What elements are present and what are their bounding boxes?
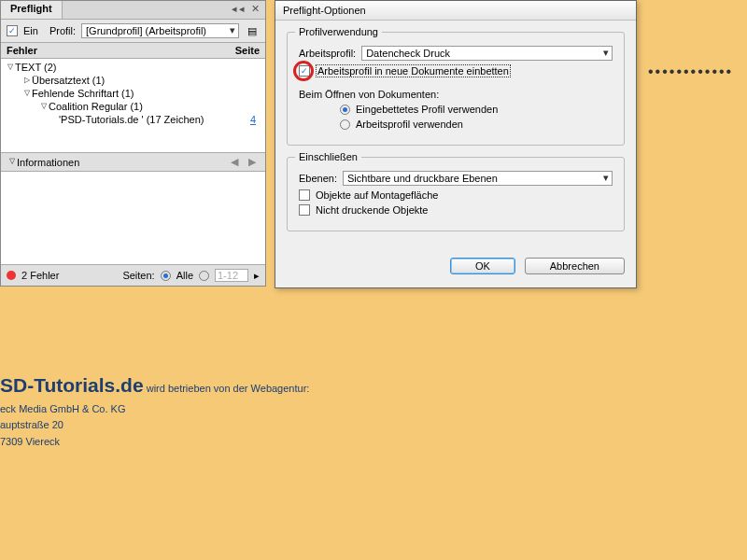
label-arbeitsprofil: Arbeitsprofil: [299,48,356,59]
chevron-down-icon[interactable]: ▽ [21,89,32,99]
tab-preflight[interactable]: Preflight [1,1,63,19]
annotation-dots: •••••••••••• [648,63,733,80]
preflight-options-dialog: Preflight-Optionen Profilverwendung Arbe… [275,0,637,288]
select-arbeitsprofil[interactable]: Datencheck Druck [361,46,613,61]
menu-icon[interactable]: ▤ [245,25,260,37]
tree-label: TEXT (2) [15,62,261,73]
legend-profilverwendung: Profilverwendung [295,26,382,37]
preflight-panel: Preflight ◂◂ ✕ ✓ Ein Profil: [Grundprofi… [0,0,266,287]
checkbox-montageflaeche[interactable] [299,189,310,201]
checkbox-embed-profile[interactable]: ✓ [299,65,310,77]
input-page-range[interactable]: 1-12 [215,269,248,282]
label-profil: Profil: [49,25,76,36]
label-informationen: Informationen [17,157,79,168]
fieldset-einschliessen: Einschließen Ebenen: Sichtbare und druck… [287,157,625,231]
tree-label: Coalition Regular (1) [49,101,261,112]
tree-label: Fehlende Schriftart (1) [32,88,261,99]
label-alle: Alle [176,270,193,281]
cancel-button[interactable]: Abbrechen [525,258,625,274]
error-indicator-icon [7,271,16,280]
page-link[interactable]: 4 [250,114,261,125]
label-ebenen: Ebenen: [299,173,337,184]
label-on-open: Beim Öffnen von Dokumenten: [299,89,439,100]
dialog-title: Preflight-Optionen [275,1,636,21]
chevron-down-icon[interactable]: ▽ [5,63,15,73]
radio-use-work[interactable] [340,119,350,130]
footer-text: SD-Tutorials.de wird betrieben von der W… [0,370,309,450]
fieldset-profilverwendung: Profilverwendung Arbeitsprofil: Datenche… [287,32,625,146]
nav-arrows[interactable]: ◀ ▶ [231,156,260,168]
tree-row[interactable]: ▽ Coalition Regular (1) [1,100,265,113]
label-seiten: Seiten: [122,270,154,281]
chevron-down-icon[interactable]: ▽ [7,157,17,167]
legend-einschliessen: Einschließen [295,151,361,162]
tree-label: Übersatztext (1) [32,75,261,86]
label-montageflaeche: Objekte auf Montagefläche [316,189,438,201]
stepper-icon[interactable]: ▸ [254,270,260,282]
panel-header: Preflight ◂◂ ✕ [1,1,265,20]
tree-row[interactable]: ▷ Übersatztext (1) [1,74,265,87]
tree-label: 'PSD-Tutorials.de ' (17 Zeichen) [59,114,250,125]
label-nicht-druckend: Nicht druckende Objekte [316,204,428,216]
col-seite: Seite [235,45,260,56]
chevron-down-icon[interactable]: ▽ [38,102,49,112]
tree-row[interactable]: ▽ Fehlende Schriftart (1) [1,87,265,100]
error-tree: ▽ TEXT (2) ▷ Übersatztext (1) ▽ Fehlende… [1,59,265,152]
label-embed-profile: Arbeitsprofil in neue Dokumente einbette… [316,64,511,77]
footer-tagline: wird betrieben von der Webagentur: [144,383,310,394]
footer-company: eck Media GmbH & Co. KG [0,401,309,418]
col-fehler: Fehler [7,45,37,56]
ok-button[interactable]: OK [450,258,515,274]
label-use-work: Arbeitsprofil verwenden [356,119,463,130]
label-ein: Ein [23,25,38,36]
radio-range[interactable] [199,271,209,281]
panel-window-controls[interactable]: ◂◂ ✕ [228,1,265,19]
tree-row[interactable]: ▽ TEXT (2) [1,61,265,74]
radio-use-embedded[interactable] [340,105,350,115]
footer-street: auptstraße 20 [0,417,309,434]
error-count: 2 Fehler [21,270,59,281]
select-profil[interactable]: [Grundprofil] (Arbeitsprofil) [81,23,239,38]
footer-city: 7309 Viereck [0,434,309,451]
checkbox-nicht-druckend[interactable] [299,204,310,216]
checkbox-ein[interactable]: ✓ [7,25,18,36]
chevron-right-icon[interactable]: ▷ [21,76,32,86]
label-use-embedded: Eingebettetes Profil verwenden [356,104,498,115]
tree-row[interactable]: 'PSD-Tutorials.de ' (17 Zeichen) 4 [1,113,265,126]
info-textarea[interactable] [1,171,265,264]
footer-site: SD-Tutorials.de [0,374,144,396]
select-ebenen[interactable]: Sichtbare und druckbare Ebenen [343,171,613,186]
radio-alle[interactable] [161,271,171,281]
